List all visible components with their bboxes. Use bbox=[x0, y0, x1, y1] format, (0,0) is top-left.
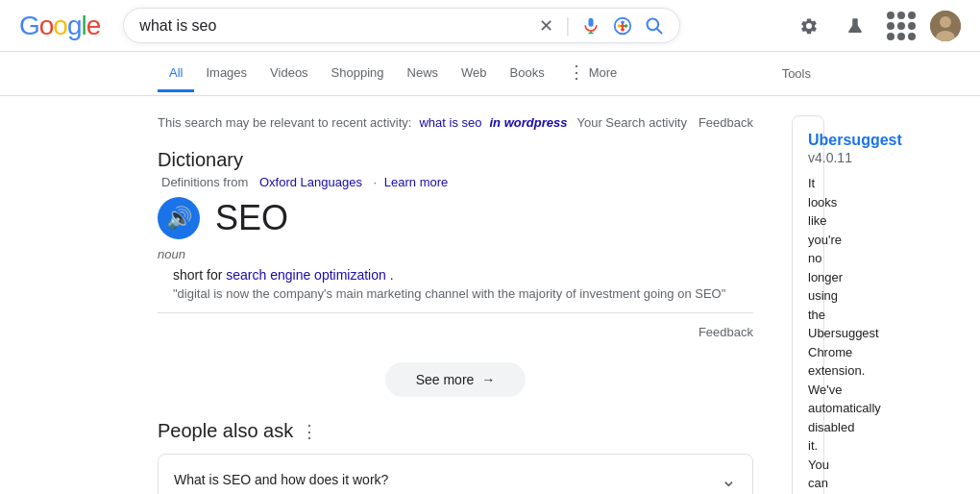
header-right bbox=[792, 9, 961, 43]
svg-point-3 bbox=[625, 24, 628, 28]
your-search-activity-link[interactable]: Your Search activity bbox=[576, 115, 686, 130]
tab-web[interactable]: Web bbox=[450, 56, 499, 92]
paa-title: People also ask bbox=[158, 420, 293, 442]
feedback-link-dict[interactable]: Feedback bbox=[158, 325, 753, 339]
tab-images[interactable]: Images bbox=[194, 56, 258, 92]
dictionary-title: Dictionary bbox=[158, 149, 753, 171]
dict-definition: short for search engine optimization . bbox=[158, 267, 753, 283]
svg-point-9 bbox=[940, 16, 951, 28]
nav-tabs: All Images Videos Shopping News Web Book… bbox=[0, 52, 980, 96]
svg-point-5 bbox=[621, 27, 625, 31]
def-link[interactable]: search engine optimization bbox=[226, 267, 389, 283]
dict-pos: noun bbox=[158, 247, 753, 261]
tab-news[interactable]: News bbox=[396, 56, 451, 92]
speaker-icon: 🔊 bbox=[166, 206, 192, 231]
separator: | bbox=[565, 14, 570, 37]
paa-chevron-0: ⌄ bbox=[721, 468, 737, 491]
main-content: This search may be relevant to recent ac… bbox=[0, 96, 980, 494]
paa-question-0: What is SEO and how does it work? bbox=[174, 472, 721, 487]
relevance-link1[interactable]: what is seo bbox=[419, 115, 481, 130]
lens-icon[interactable] bbox=[612, 15, 633, 37]
search-icons: ✕ | bbox=[539, 14, 664, 37]
ubersuggest-version: v4.0.11 bbox=[808, 150, 852, 165]
apps-grid-icon bbox=[883, 8, 919, 44]
dict-source: Definitions from Oxford Languages · Lear… bbox=[158, 175, 753, 189]
apps-button[interactable] bbox=[884, 9, 919, 43]
oxford-link[interactable]: Oxford Languages bbox=[256, 175, 370, 189]
paa-more-icon[interactable]: ⋮ bbox=[301, 421, 318, 442]
mic-icon[interactable] bbox=[581, 16, 600, 36]
ubersuggest-card: Ubersuggest v4.0.11 It looks like you're… bbox=[792, 115, 824, 494]
feedback-link-top[interactable]: Feedback bbox=[698, 115, 753, 130]
avatar[interactable] bbox=[930, 11, 961, 41]
tab-videos[interactable]: Videos bbox=[258, 56, 320, 92]
paa-header: People also ask ⋮ bbox=[158, 420, 753, 442]
clear-icon[interactable]: ✕ bbox=[539, 15, 553, 37]
see-more-button[interactable]: See more → bbox=[385, 362, 527, 397]
search-bar: what is seo ✕ | bbox=[123, 8, 680, 43]
tab-shopping[interactable]: Shopping bbox=[320, 56, 396, 92]
speaker-button[interactable]: 🔊 bbox=[158, 197, 200, 239]
settings-button[interactable] bbox=[792, 9, 826, 43]
logo-g2: g bbox=[67, 11, 82, 41]
svg-point-2 bbox=[618, 24, 622, 28]
logo-o1: o bbox=[39, 11, 54, 41]
relevance-bar: This search may be relevant to recent ac… bbox=[158, 115, 753, 130]
see-more-wrap: See more → bbox=[158, 362, 753, 397]
more-dots-icon: ⋮ bbox=[568, 62, 585, 83]
gear-icon bbox=[799, 16, 819, 36]
relevance-link2[interactable]: in wordpress bbox=[490, 115, 568, 130]
avatar-image bbox=[930, 11, 961, 41]
flask-icon bbox=[845, 16, 865, 36]
relevance-prefix: This search may be relevant to recent ac… bbox=[158, 115, 411, 130]
logo-e: e bbox=[86, 11, 101, 41]
paa-item-0[interactable]: What is SEO and how does it work? ⌄ bbox=[158, 454, 753, 494]
left-panel: This search may be relevant to recent ac… bbox=[158, 115, 753, 494]
dict-example: "digital is now the company's main marke… bbox=[158, 286, 753, 301]
tab-all[interactable]: All bbox=[158, 56, 194, 92]
search-submit-icon[interactable] bbox=[645, 16, 664, 36]
right-panel: Ubersuggest v4.0.11 It looks like you're… bbox=[792, 115, 822, 494]
dict-word: SEO bbox=[215, 198, 288, 238]
svg-point-4 bbox=[621, 20, 625, 24]
tab-books[interactable]: Books bbox=[499, 56, 556, 92]
dictionary-section: Dictionary Definitions from Oxford Langu… bbox=[158, 149, 753, 339]
header: G o o g l e what is seo ✕ | bbox=[0, 0, 980, 52]
tools-button[interactable]: Tools bbox=[771, 57, 822, 90]
svg-rect-0 bbox=[589, 17, 594, 26]
relevance-right: Your Search activity Feedback bbox=[576, 115, 753, 130]
logo-g: G bbox=[19, 11, 39, 41]
learn-more-link[interactable]: Learn more bbox=[384, 175, 448, 189]
svg-line-7 bbox=[657, 28, 662, 33]
labs-button[interactable] bbox=[838, 9, 872, 43]
logo-o2: o bbox=[53, 11, 67, 41]
search-input[interactable]: what is seo bbox=[139, 17, 529, 35]
google-logo[interactable]: G o o g l e bbox=[19, 11, 100, 41]
dict-word-row: 🔊 SEO bbox=[158, 197, 753, 239]
people-also-ask-section: People also ask ⋮ What is SEO and how do… bbox=[158, 420, 753, 494]
tab-more[interactable]: ⋮ More bbox=[556, 52, 629, 95]
dict-divider bbox=[158, 312, 753, 313]
